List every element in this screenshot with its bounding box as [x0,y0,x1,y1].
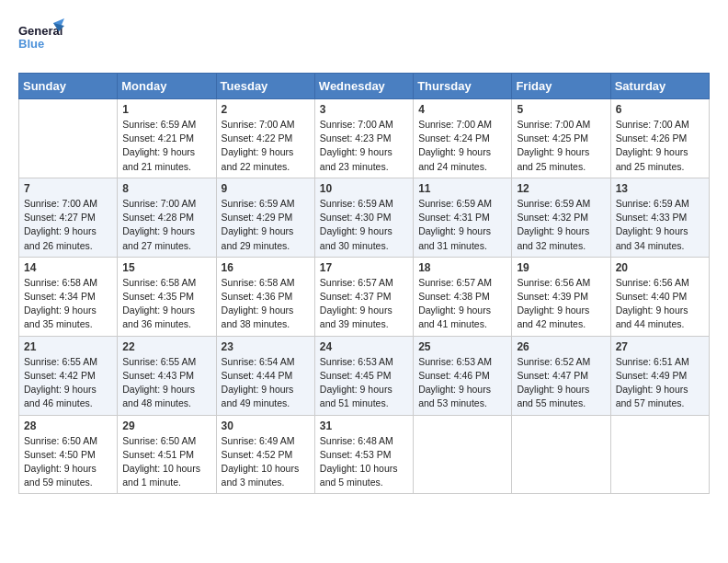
calendar-week-row: 28Sunrise: 6:50 AMSunset: 4:50 PMDayligh… [19,415,710,494]
calendar-cell [414,415,512,494]
calendar-cell: 6Sunrise: 7:00 AMSunset: 4:26 PMDaylight… [610,99,709,178]
day-number: 24 [320,340,408,353]
day-info: Sunrise: 6:50 AMSunset: 4:51 PMDaylight:… [122,434,210,490]
day-info: Sunrise: 6:58 AMSunset: 4:36 PMDaylight:… [222,276,310,332]
calendar-cell: 15Sunrise: 6:58 AMSunset: 4:35 PMDayligh… [118,257,216,336]
page-header: General Blue [18,18,710,63]
day-info: Sunrise: 6:50 AMSunset: 4:50 PMDaylight:… [24,434,112,490]
day-number: 14 [24,261,112,274]
weekday-header: Thursday [414,74,512,99]
calendar-cell: 25Sunrise: 6:53 AMSunset: 4:46 PMDayligh… [414,336,512,415]
calendar-cell: 26Sunrise: 6:52 AMSunset: 4:47 PMDayligh… [512,336,610,415]
day-info: Sunrise: 7:00 AMSunset: 4:28 PMDaylight:… [122,197,210,253]
calendar-cell: 19Sunrise: 6:56 AMSunset: 4:39 PMDayligh… [512,257,610,336]
calendar-week-row: 21Sunrise: 6:55 AMSunset: 4:42 PMDayligh… [19,336,710,415]
day-info: Sunrise: 6:53 AMSunset: 4:45 PMDaylight:… [320,355,408,411]
day-info: Sunrise: 6:57 AMSunset: 4:37 PMDaylight:… [320,276,408,332]
day-info: Sunrise: 7:00 AMSunset: 4:26 PMDaylight:… [616,118,704,174]
day-number: 17 [320,261,408,274]
day-number: 5 [517,103,605,116]
calendar-cell: 29Sunrise: 6:50 AMSunset: 4:51 PMDayligh… [118,415,216,494]
calendar-cell: 31Sunrise: 6:48 AMSunset: 4:53 PMDayligh… [314,415,413,494]
weekday-header: Sunday [19,74,118,99]
day-info: Sunrise: 6:59 AMSunset: 4:29 PMDaylight:… [222,197,310,253]
calendar-week-row: 1Sunrise: 6:59 AMSunset: 4:21 PMDaylight… [19,99,710,178]
calendar-cell: 21Sunrise: 6:55 AMSunset: 4:42 PMDayligh… [19,336,118,415]
calendar-cell: 18Sunrise: 6:57 AMSunset: 4:38 PMDayligh… [414,257,512,336]
calendar-cell: 9Sunrise: 6:59 AMSunset: 4:29 PMDaylight… [216,178,314,257]
calendar-cell: 5Sunrise: 7:00 AMSunset: 4:25 PMDaylight… [512,99,610,178]
day-info: Sunrise: 6:57 AMSunset: 4:38 PMDaylight:… [418,276,506,332]
calendar-cell: 27Sunrise: 6:51 AMSunset: 4:49 PMDayligh… [610,336,709,415]
day-number: 28 [24,419,112,432]
weekday-header: Tuesday [216,74,314,99]
day-info: Sunrise: 6:59 AMSunset: 4:31 PMDaylight:… [418,197,506,253]
day-number: 26 [517,340,605,353]
calendar-table: SundayMondayTuesdayWednesdayThursdayFrid… [18,73,710,494]
day-info: Sunrise: 6:59 AMSunset: 4:33 PMDaylight:… [616,197,704,253]
calendar-cell: 17Sunrise: 6:57 AMSunset: 4:37 PMDayligh… [314,257,413,336]
day-number: 11 [418,182,506,195]
calendar-cell: 16Sunrise: 6:58 AMSunset: 4:36 PMDayligh… [216,257,314,336]
weekday-header-row: SundayMondayTuesdayWednesdayThursdayFrid… [19,74,710,99]
calendar-cell: 14Sunrise: 6:58 AMSunset: 4:34 PMDayligh… [19,257,118,336]
day-number: 27 [616,340,704,353]
calendar-cell: 2Sunrise: 7:00 AMSunset: 4:22 PMDaylight… [216,99,314,178]
calendar-week-row: 7Sunrise: 7:00 AMSunset: 4:27 PMDaylight… [19,178,710,257]
day-info: Sunrise: 6:59 AMSunset: 4:32 PMDaylight:… [517,197,605,253]
day-info: Sunrise: 7:00 AMSunset: 4:27 PMDaylight:… [24,197,112,253]
day-number: 10 [320,182,408,195]
day-info: Sunrise: 6:56 AMSunset: 4:40 PMDaylight:… [616,276,704,332]
day-number: 20 [616,261,704,274]
calendar-cell: 22Sunrise: 6:55 AMSunset: 4:43 PMDayligh… [118,336,216,415]
day-number: 29 [122,419,210,432]
day-number: 15 [122,261,210,274]
day-info: Sunrise: 6:49 AMSunset: 4:52 PMDaylight:… [222,434,310,490]
day-info: Sunrise: 7:00 AMSunset: 4:22 PMDaylight:… [222,118,310,174]
day-number: 22 [122,340,210,353]
calendar-cell: 7Sunrise: 7:00 AMSunset: 4:27 PMDaylight… [19,178,118,257]
day-number: 25 [418,340,506,353]
day-info: Sunrise: 6:59 AMSunset: 4:21 PMDaylight:… [122,118,210,174]
day-info: Sunrise: 7:00 AMSunset: 4:23 PMDaylight:… [320,118,408,174]
calendar-cell: 8Sunrise: 7:00 AMSunset: 4:28 PMDaylight… [118,178,216,257]
day-info: Sunrise: 6:53 AMSunset: 4:46 PMDaylight:… [418,355,506,411]
calendar-cell: 4Sunrise: 7:00 AMSunset: 4:24 PMDaylight… [414,99,512,178]
calendar-cell [512,415,610,494]
day-info: Sunrise: 6:48 AMSunset: 4:53 PMDaylight:… [320,434,408,490]
day-info: Sunrise: 6:56 AMSunset: 4:39 PMDaylight:… [517,276,605,332]
day-number: 23 [222,340,310,353]
day-number: 4 [418,103,506,116]
calendar-cell [610,415,709,494]
day-number: 16 [222,261,310,274]
calendar-week-row: 14Sunrise: 6:58 AMSunset: 4:34 PMDayligh… [19,257,710,336]
day-number: 21 [24,340,112,353]
calendar-cell: 20Sunrise: 6:56 AMSunset: 4:40 PMDayligh… [610,257,709,336]
calendar-cell: 3Sunrise: 7:00 AMSunset: 4:23 PMDaylight… [314,99,413,178]
day-info: Sunrise: 6:58 AMSunset: 4:34 PMDaylight:… [24,276,112,332]
day-info: Sunrise: 6:55 AMSunset: 4:42 PMDaylight:… [24,355,112,411]
day-number: 2 [222,103,310,116]
calendar-cell: 1Sunrise: 6:59 AMSunset: 4:21 PMDaylight… [118,99,216,178]
day-info: Sunrise: 6:55 AMSunset: 4:43 PMDaylight:… [122,355,210,411]
logo: General Blue [18,18,64,63]
day-info: Sunrise: 6:54 AMSunset: 4:44 PMDaylight:… [222,355,310,411]
calendar-cell: 12Sunrise: 6:59 AMSunset: 4:32 PMDayligh… [512,178,610,257]
day-info: Sunrise: 7:00 AMSunset: 4:24 PMDaylight:… [418,118,506,174]
calendar-cell: 28Sunrise: 6:50 AMSunset: 4:50 PMDayligh… [19,415,118,494]
day-info: Sunrise: 6:52 AMSunset: 4:47 PMDaylight:… [517,355,605,411]
day-number: 8 [122,182,210,195]
day-number: 7 [24,182,112,195]
day-number: 30 [222,419,310,432]
weekday-header: Friday [512,74,610,99]
day-number: 12 [517,182,605,195]
day-number: 9 [222,182,310,195]
day-number: 18 [418,261,506,274]
day-number: 3 [320,103,408,116]
weekday-header: Saturday [610,74,709,99]
calendar-cell: 30Sunrise: 6:49 AMSunset: 4:52 PMDayligh… [216,415,314,494]
day-info: Sunrise: 6:51 AMSunset: 4:49 PMDaylight:… [616,355,704,411]
day-number: 19 [517,261,605,274]
day-number: 6 [616,103,704,116]
day-info: Sunrise: 6:59 AMSunset: 4:30 PMDaylight:… [320,197,408,253]
